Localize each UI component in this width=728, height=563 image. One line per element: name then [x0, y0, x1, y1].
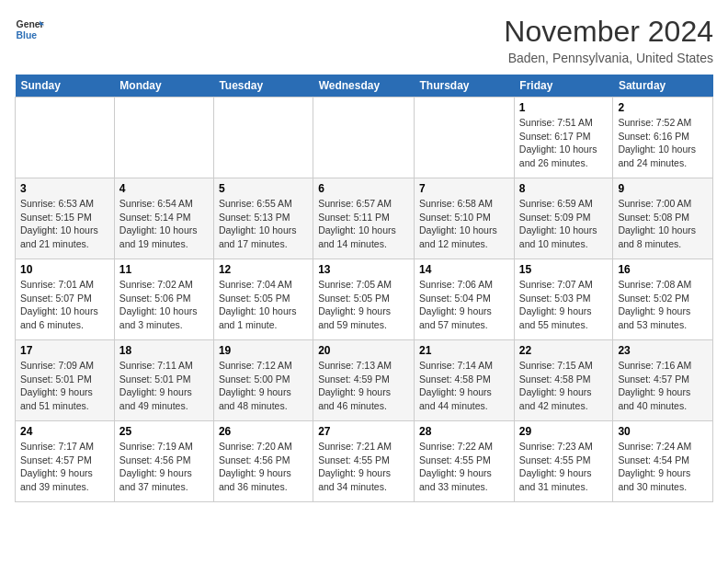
month-title: November 2024 — [504, 15, 713, 49]
day-info: Sunrise: 7:12 AM Sunset: 5:00 PM Dayligh… — [219, 359, 308, 413]
weekday-header-tuesday: Tuesday — [213, 75, 313, 98]
day-info: Sunrise: 7:02 AM Sunset: 5:06 PM Dayligh… — [119, 278, 209, 332]
calendar-cell: 9Sunrise: 7:00 AM Sunset: 5:08 PM Daylig… — [613, 178, 713, 259]
calendar-cell: 8Sunrise: 6:59 AM Sunset: 5:09 PM Daylig… — [514, 178, 613, 259]
calendar-cell: 11Sunrise: 7:02 AM Sunset: 5:06 PM Dayli… — [114, 259, 213, 340]
page-header: General Blue November 2024 Baden, Pennsy… — [15, 15, 713, 65]
calendar-cell: 23Sunrise: 7:16 AM Sunset: 4:57 PM Dayli… — [613, 340, 713, 421]
day-number: 12 — [219, 263, 308, 276]
day-number: 14 — [419, 263, 509, 276]
calendar-cell: 21Sunrise: 7:14 AM Sunset: 4:58 PM Dayli… — [415, 340, 515, 421]
calendar-cell: 2Sunrise: 7:52 AM Sunset: 6:16 PM Daylig… — [613, 98, 713, 178]
day-number: 21 — [419, 344, 509, 357]
logo-icon: General Blue — [15, 15, 44, 44]
day-number: 16 — [618, 263, 708, 276]
day-info: Sunrise: 7:51 AM Sunset: 6:17 PM Dayligh… — [519, 116, 609, 170]
calendar-cell — [114, 98, 213, 178]
svg-text:Blue: Blue — [17, 30, 38, 40]
day-info: Sunrise: 7:15 AM Sunset: 4:58 PM Dayligh… — [519, 359, 609, 413]
week-row-1: 1Sunrise: 7:51 AM Sunset: 6:17 PM Daylig… — [16, 98, 713, 178]
day-number: 22 — [519, 344, 609, 357]
weekday-header-thursday: Thursday — [415, 75, 515, 98]
day-info: Sunrise: 7:23 AM Sunset: 4:55 PM Dayligh… — [519, 440, 609, 494]
weekday-header-saturday: Saturday — [613, 75, 713, 98]
calendar-cell: 20Sunrise: 7:13 AM Sunset: 4:59 PM Dayli… — [313, 340, 415, 421]
day-number: 7 — [419, 182, 509, 195]
calendar-cell: 3Sunrise: 6:53 AM Sunset: 5:15 PM Daylig… — [16, 178, 115, 259]
calendar-cell — [16, 98, 115, 178]
logo: General Blue — [15, 15, 44, 44]
weekday-header-sunday: Sunday — [16, 75, 115, 98]
week-row-3: 10Sunrise: 7:01 AM Sunset: 5:07 PM Dayli… — [16, 259, 713, 340]
calendar-cell: 10Sunrise: 7:01 AM Sunset: 5:07 PM Dayli… — [16, 259, 115, 340]
week-row-2: 3Sunrise: 6:53 AM Sunset: 5:15 PM Daylig… — [16, 178, 713, 259]
calendar-cell — [313, 98, 415, 178]
day-number: 18 — [119, 344, 209, 357]
day-number: 20 — [318, 344, 409, 357]
week-row-5: 24Sunrise: 7:17 AM Sunset: 4:57 PM Dayli… — [16, 421, 713, 502]
day-info: Sunrise: 7:08 AM Sunset: 5:02 PM Dayligh… — [618, 278, 708, 332]
calendar-cell: 29Sunrise: 7:23 AM Sunset: 4:55 PM Dayli… — [514, 421, 613, 502]
day-info: Sunrise: 6:55 AM Sunset: 5:13 PM Dayligh… — [219, 197, 308, 251]
calendar-cell: 7Sunrise: 6:58 AM Sunset: 5:10 PM Daylig… — [415, 178, 515, 259]
day-number: 2 — [618, 101, 708, 114]
day-number: 13 — [318, 263, 409, 276]
week-row-4: 17Sunrise: 7:09 AM Sunset: 5:01 PM Dayli… — [16, 340, 713, 421]
calendar-cell: 30Sunrise: 7:24 AM Sunset: 4:54 PM Dayli… — [613, 421, 713, 502]
day-number: 26 — [219, 425, 308, 438]
day-number: 29 — [519, 425, 609, 438]
day-info: Sunrise: 7:22 AM Sunset: 4:55 PM Dayligh… — [419, 440, 509, 494]
day-number: 9 — [618, 182, 708, 195]
calendar-cell: 6Sunrise: 6:57 AM Sunset: 5:11 PM Daylig… — [313, 178, 415, 259]
day-info: Sunrise: 7:20 AM Sunset: 4:56 PM Dayligh… — [219, 440, 308, 494]
day-number: 23 — [618, 344, 708, 357]
day-number: 27 — [318, 425, 409, 438]
day-info: Sunrise: 7:07 AM Sunset: 5:03 PM Dayligh… — [519, 278, 609, 332]
day-info: Sunrise: 6:57 AM Sunset: 5:11 PM Dayligh… — [318, 197, 409, 251]
day-info: Sunrise: 6:54 AM Sunset: 5:14 PM Dayligh… — [119, 197, 209, 251]
calendar-cell — [415, 98, 515, 178]
calendar-cell: 1Sunrise: 7:51 AM Sunset: 6:17 PM Daylig… — [514, 98, 613, 178]
calendar-cell: 26Sunrise: 7:20 AM Sunset: 4:56 PM Dayli… — [213, 421, 313, 502]
day-number: 25 — [119, 425, 209, 438]
weekday-header-monday: Monday — [114, 75, 213, 98]
day-info: Sunrise: 6:59 AM Sunset: 5:09 PM Dayligh… — [519, 197, 609, 251]
day-info: Sunrise: 7:21 AM Sunset: 4:55 PM Dayligh… — [318, 440, 409, 494]
weekday-header-wednesday: Wednesday — [313, 75, 415, 98]
calendar-cell: 15Sunrise: 7:07 AM Sunset: 5:03 PM Dayli… — [514, 259, 613, 340]
day-info: Sunrise: 7:14 AM Sunset: 4:58 PM Dayligh… — [419, 359, 509, 413]
day-number: 28 — [419, 425, 509, 438]
day-info: Sunrise: 7:11 AM Sunset: 5:01 PM Dayligh… — [119, 359, 209, 413]
day-number: 6 — [318, 182, 409, 195]
weekday-header-friday: Friday — [514, 75, 613, 98]
calendar-table: SundayMondayTuesdayWednesdayThursdayFrid… — [15, 75, 713, 502]
day-info: Sunrise: 7:13 AM Sunset: 4:59 PM Dayligh… — [318, 359, 409, 413]
day-info: Sunrise: 7:16 AM Sunset: 4:57 PM Dayligh… — [618, 359, 708, 413]
day-info: Sunrise: 6:58 AM Sunset: 5:10 PM Dayligh… — [419, 197, 509, 251]
day-info: Sunrise: 7:52 AM Sunset: 6:16 PM Dayligh… — [618, 116, 708, 170]
day-number: 11 — [119, 263, 209, 276]
calendar-cell: 5Sunrise: 6:55 AM Sunset: 5:13 PM Daylig… — [213, 178, 313, 259]
location: Baden, Pennsylvania, United States — [504, 51, 713, 65]
day-number: 1 — [519, 101, 609, 114]
calendar-cell: 13Sunrise: 7:05 AM Sunset: 5:05 PM Dayli… — [313, 259, 415, 340]
day-info: Sunrise: 7:09 AM Sunset: 5:01 PM Dayligh… — [20, 359, 109, 413]
day-number: 3 — [20, 182, 109, 195]
calendar-cell: 16Sunrise: 7:08 AM Sunset: 5:02 PM Dayli… — [613, 259, 713, 340]
calendar-cell: 19Sunrise: 7:12 AM Sunset: 5:00 PM Dayli… — [213, 340, 313, 421]
calendar-cell: 27Sunrise: 7:21 AM Sunset: 4:55 PM Dayli… — [313, 421, 415, 502]
day-info: Sunrise: 6:53 AM Sunset: 5:15 PM Dayligh… — [20, 197, 109, 251]
day-info: Sunrise: 7:24 AM Sunset: 4:54 PM Dayligh… — [618, 440, 708, 494]
day-info: Sunrise: 7:00 AM Sunset: 5:08 PM Dayligh… — [618, 197, 708, 251]
day-number: 17 — [20, 344, 109, 357]
calendar-cell: 18Sunrise: 7:11 AM Sunset: 5:01 PM Dayli… — [114, 340, 213, 421]
day-number: 10 — [20, 263, 109, 276]
calendar-cell: 14Sunrise: 7:06 AM Sunset: 5:04 PM Dayli… — [415, 259, 515, 340]
calendar-cell: 22Sunrise: 7:15 AM Sunset: 4:58 PM Dayli… — [514, 340, 613, 421]
day-info: Sunrise: 7:01 AM Sunset: 5:07 PM Dayligh… — [20, 278, 109, 332]
calendar-cell: 17Sunrise: 7:09 AM Sunset: 5:01 PM Dayli… — [16, 340, 115, 421]
day-number: 4 — [119, 182, 209, 195]
calendar-cell: 12Sunrise: 7:04 AM Sunset: 5:05 PM Dayli… — [213, 259, 313, 340]
day-number: 30 — [618, 425, 708, 438]
day-info: Sunrise: 7:05 AM Sunset: 5:05 PM Dayligh… — [318, 278, 409, 332]
